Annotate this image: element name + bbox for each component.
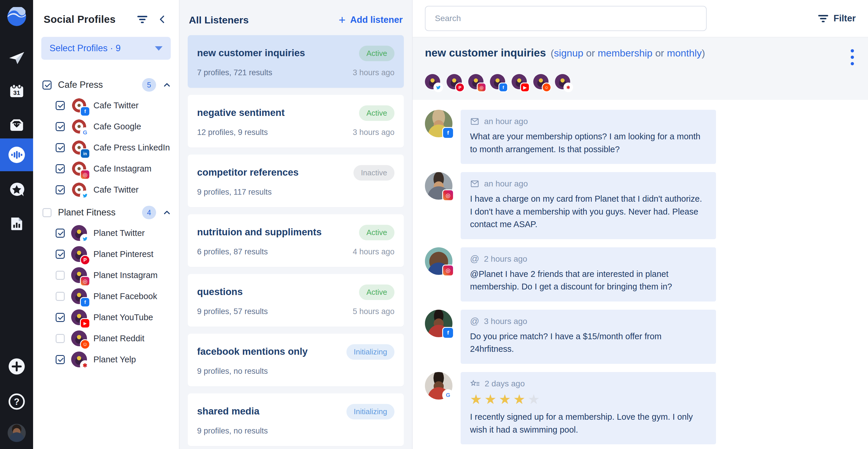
filter-icon bbox=[818, 15, 828, 22]
listener-card[interactable]: competitor references Inactive 9 profile… bbox=[188, 155, 404, 207]
planet-fitness-avatar: ▶ bbox=[71, 310, 87, 325]
message-row[interactable]: ◎ an hour ago I have a charge on my card… bbox=[425, 172, 856, 239]
profile-row[interactable]: ◎ Planet Instagram bbox=[42, 265, 171, 286]
help-icon[interactable]: ? bbox=[0, 393, 33, 410]
instagram-icon: ◎ bbox=[443, 265, 453, 276]
profile-avatar[interactable]: ☺ bbox=[533, 74, 549, 89]
user-avatar[interactable] bbox=[0, 424, 33, 442]
planet-fitness-avatar: f bbox=[71, 288, 87, 304]
status-badge: Initializing bbox=[346, 344, 395, 360]
chevron-up-icon[interactable] bbox=[162, 208, 171, 217]
planet-fitness-avatar: P bbox=[71, 246, 87, 262]
query-keyword[interactable]: monthly bbox=[667, 47, 702, 59]
yelp-icon: ✱ bbox=[564, 84, 572, 91]
query-keyword[interactable]: signup bbox=[554, 47, 583, 59]
profile-avatar[interactable]: f bbox=[490, 74, 505, 89]
cloud-logo-icon[interactable] bbox=[0, 7, 33, 26]
paren: ) bbox=[702, 47, 705, 59]
profile-row[interactable]: P Planet Pinterest bbox=[42, 244, 171, 265]
checkbox[interactable] bbox=[56, 250, 65, 259]
profiles-panel-title: Social Profiles bbox=[43, 13, 127, 25]
checkbox[interactable] bbox=[56, 271, 65, 280]
checkbox[interactable] bbox=[42, 81, 52, 90]
add-listener-label: Add listener bbox=[350, 14, 403, 25]
checkbox[interactable] bbox=[56, 143, 65, 152]
listener-title: nutrituion and suppliments bbox=[197, 225, 359, 238]
listener-card[interactable]: questions Active 9 profiles, 57 results … bbox=[188, 274, 404, 327]
select-profiles-dropdown[interactable]: Select Profiles · 9 bbox=[41, 37, 171, 60]
profile-avatar[interactable]: ▶ bbox=[512, 74, 527, 89]
youtube-icon: ▶ bbox=[521, 84, 529, 91]
checkbox[interactable] bbox=[42, 208, 52, 217]
publish-plane-icon[interactable] bbox=[0, 49, 33, 66]
listener-card[interactable]: nutrituion and suppliments Active 6 prof… bbox=[188, 214, 404, 267]
listener-card[interactable]: facebook mentions only Initializing 9 pr… bbox=[188, 334, 404, 386]
profile-row[interactable]: ✱ Planet Yelp bbox=[42, 349, 171, 370]
listener-meta: 7 profiles, 721 results bbox=[197, 68, 352, 77]
pinterest-icon: P bbox=[81, 256, 89, 264]
message-row[interactable]: ◎ @2 hours ago @Planet I have 2 friends … bbox=[425, 247, 856, 301]
search-input[interactable] bbox=[425, 6, 707, 31]
status-badge: Initializing bbox=[346, 404, 395, 419]
instagram-icon: ◎ bbox=[81, 277, 89, 285]
listener-title: shared media bbox=[197, 404, 346, 417]
filter-button[interactable]: Filter bbox=[818, 13, 856, 24]
checkbox[interactable] bbox=[56, 334, 65, 343]
left-rail: 31 ? bbox=[0, 0, 33, 449]
profile-row[interactable]: Cafe Twitter bbox=[42, 179, 171, 200]
checkbox[interactable] bbox=[56, 185, 65, 194]
checkbox[interactable] bbox=[56, 229, 65, 238]
facebook-icon: f bbox=[81, 298, 89, 307]
reports-document-icon[interactable] bbox=[0, 215, 33, 231]
cafe-press-avatar: f bbox=[71, 97, 87, 113]
message-time: an hour ago bbox=[484, 117, 528, 126]
star-rating: ★★★★★ bbox=[470, 392, 707, 407]
profile-avatar[interactable]: ◎ bbox=[468, 74, 484, 89]
content-inbox-icon[interactable] bbox=[0, 116, 33, 133]
profile-row[interactable]: ☺ Planet Reddit bbox=[42, 328, 171, 349]
profile-label: Planet Instagram bbox=[93, 270, 158, 280]
sender-avatar: ◎ bbox=[425, 247, 453, 275]
checkbox[interactable] bbox=[56, 101, 65, 110]
message-row[interactable]: G 2 days ago ★★★★★ I recently signed up … bbox=[425, 372, 856, 445]
checkbox[interactable] bbox=[56, 313, 65, 322]
query-keyword[interactable]: membership bbox=[598, 47, 652, 59]
chevron-up-icon[interactable] bbox=[162, 81, 171, 89]
listener-card[interactable]: negative sentiment Active 12 profiles, 9… bbox=[188, 95, 404, 148]
calendar-icon[interactable]: 31 bbox=[0, 83, 33, 99]
checkbox[interactable] bbox=[56, 164, 65, 173]
message-text: What are your membership options? I am l… bbox=[470, 130, 707, 156]
add-listener-button[interactable]: + Add listener bbox=[339, 14, 403, 26]
listener-meta: 9 profiles, no results bbox=[197, 367, 395, 376]
profile-avatar[interactable] bbox=[425, 74, 440, 89]
listeners-wave-icon[interactable] bbox=[0, 146, 33, 164]
kebab-menu-icon[interactable] bbox=[851, 47, 856, 65]
listener-title: new customer inquiries bbox=[197, 46, 359, 59]
reviews-star-icon[interactable] bbox=[0, 181, 33, 198]
cafe-press-avatar: ◎ bbox=[71, 161, 87, 177]
profile-row[interactable]: f Planet Facebook bbox=[42, 286, 171, 307]
profile-avatar[interactable]: P bbox=[446, 74, 462, 89]
checkbox[interactable] bbox=[56, 122, 65, 131]
checkbox[interactable] bbox=[56, 292, 65, 301]
profile-row[interactable]: Planet Twitter bbox=[42, 222, 171, 244]
profile-row[interactable]: in Cafe Press LinkedIn bbox=[42, 137, 171, 158]
profile-row[interactable]: f Cafe Twitter bbox=[42, 95, 171, 116]
profile-row[interactable]: G Cafe Google bbox=[42, 116, 171, 137]
collapse-panel-icon[interactable] bbox=[157, 14, 167, 24]
query-or: or bbox=[583, 47, 598, 59]
message-row[interactable]: f @3 hours ago Do you price match? I hav… bbox=[425, 310, 856, 364]
profile-row[interactable]: ◎ Cafe Instagram bbox=[42, 158, 171, 179]
profile-row[interactable]: ▶ Planet YouTube bbox=[42, 307, 171, 328]
profiles-filter-icon[interactable] bbox=[137, 16, 147, 23]
listener-query: (signup or membership or monthly) bbox=[551, 47, 705, 59]
profile-avatar[interactable]: ✱ bbox=[555, 74, 570, 89]
message-row[interactable]: f an hour ago What are your membership o… bbox=[425, 110, 856, 164]
yelp-icon: ✱ bbox=[81, 361, 89, 370]
message-list: f an hour ago What are your membership o… bbox=[413, 100, 868, 449]
listener-card[interactable]: new customer inquiries Active 7 profiles… bbox=[188, 35, 404, 88]
checkbox[interactable] bbox=[56, 355, 65, 364]
message-time: an hour ago bbox=[484, 179, 528, 189]
add-icon[interactable] bbox=[0, 358, 33, 375]
listener-card[interactable]: shared media Initializing 9 profiles, no… bbox=[188, 393, 404, 446]
